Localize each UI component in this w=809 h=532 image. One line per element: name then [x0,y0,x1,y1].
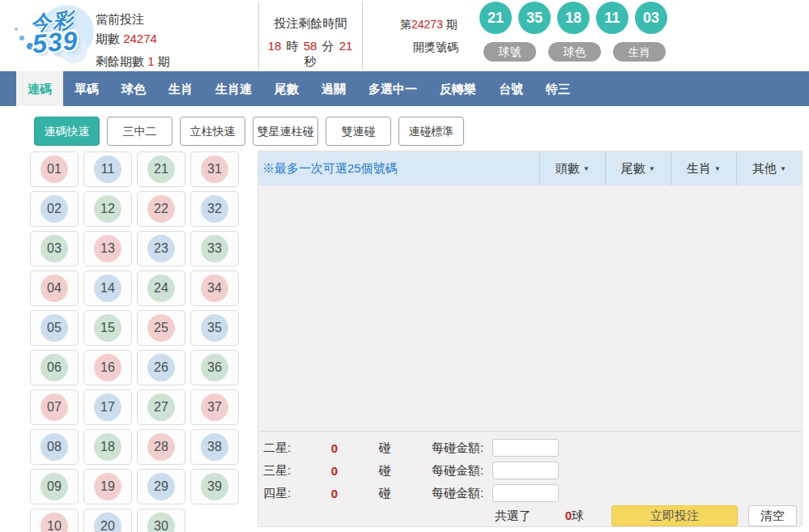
nav-tab-反轉樂[interactable]: 反轉樂 [428,71,488,106]
subtab-雙星連柱碰[interactable]: 雙星連柱碰 [253,117,318,146]
bet-count-two-star: 0 [310,441,359,455]
number-cell-33[interactable]: 33 [190,231,239,266]
number-cell-15[interactable]: 15 [83,310,132,346]
remaining-issues-line: 剩餘期數 1 期 [96,52,170,71]
nav-tab-台號[interactable]: 台號 [488,71,534,106]
subtab-立柱快速[interactable]: 立柱快速 [180,117,245,146]
nav-tab-生肖[interactable]: 生肖 [157,71,204,106]
number-cell-36[interactable]: 36 [190,350,239,385]
nav-tab-尾數[interactable]: 尾數 [263,71,310,106]
dropdown-生肖[interactable]: 生肖▼ [671,151,736,185]
bet-amount-input-two-star[interactable] [492,439,559,457]
subtab-連碰標準[interactable]: 連碰標準 [398,117,464,146]
number-cell-04[interactable]: 04 [30,270,79,306]
number-cell-22[interactable]: 22 [137,191,185,227]
number-cell-06[interactable]: 06 [30,350,79,385]
subtab-雙連碰[interactable]: 雙連碰 [326,117,391,146]
nav-tab-多選中一[interactable]: 多選中一 [357,71,428,106]
subtab-三中二[interactable]: 三中二 [107,117,172,146]
number-cell-25[interactable]: 25 [137,310,185,346]
number-cell-02[interactable]: 02 [30,191,79,227]
number-cell-21[interactable]: 21 [137,151,185,187]
number-cell-18[interactable]: 18 [83,429,132,465]
number-cell-35[interactable]: 35 [190,310,239,346]
winning-balls: 2135181103 [479,2,667,34]
nav-tab-球色[interactable]: 球色 [110,71,157,106]
number-cell-05[interactable]: 05 [30,310,79,346]
bet-area: 二星:0碰每碰金額:三星:0碰每碰金額:四星:0碰每碰金額: 共選了 0球 立即… [258,431,802,504]
number-ball-18: 18 [94,433,121,461]
winning-ball: 35 [518,2,551,34]
number-cell-20[interactable]: 20 [83,509,132,532]
winning-ball: 03 [635,2,667,34]
number-ball-19: 19 [94,473,121,500]
nav-tab-過關[interactable]: 過關 [310,71,357,106]
number-cell-13[interactable]: 13 [83,231,132,266]
number-cell-27[interactable]: 27 [137,389,185,425]
number-cell-17[interactable]: 17 [83,389,132,425]
number-cell-10[interactable]: 10 [30,509,79,532]
number-cell-03[interactable]: 03 [30,231,79,266]
number-ball-36: 36 [201,354,228,381]
bet-count-four-star: 0 [310,487,359,500]
number-cell-32[interactable]: 32 [190,191,239,227]
selected-count: 0球 [565,509,584,524]
number-cell-08[interactable]: 08 [30,429,79,465]
dropdown-其他[interactable]: 其他▼ [736,151,802,185]
number-cell-30[interactable]: 30 [137,509,185,532]
number-cell-38[interactable]: 38 [190,429,239,465]
nav-tab-特三[interactable]: 特三 [534,71,581,106]
number-ball-16: 16 [94,354,121,381]
number-ball-01: 01 [40,155,68,183]
dropdown-頭數[interactable]: 頭數▼ [539,151,605,185]
clear-button[interactable]: 清空 [748,505,797,526]
bet-row-label: 四星: [263,486,310,501]
number-cell-31[interactable]: 31 [190,151,239,187]
number-grid: 0111213102122232031323330414243405152535… [30,151,239,532]
number-cell-37[interactable]: 37 [190,389,239,425]
bet-amount-input-four-star[interactable] [492,484,559,502]
remaining-issues-number: 1 [147,54,154,68]
nav-tab-生肖連[interactable]: 生肖連 [204,71,263,106]
nav-tab-連碼[interactable]: 連碼 [16,71,63,106]
bet-row-four-star: 四星:0碰每碰金額: [258,482,802,504]
bet-amount-label: 每碰金額: [432,463,490,479]
number-ball-31: 31 [201,155,228,183]
dropdown-尾數[interactable]: 尾數▼ [605,151,671,185]
bet-row-three-star: 三星:0碰每碰金額: [258,459,802,482]
app-logo: 今彩 539 [13,3,94,68]
subtab-連碼快速[interactable]: 連碼快速 [34,117,100,146]
number-ball-35: 35 [201,314,228,342]
current-issue-line: 期數 24274 [96,29,170,49]
number-cell-09[interactable]: 09 [30,469,79,504]
submit-bet-button[interactable]: 立即投注 [611,505,738,526]
ball-toggle-生肖[interactable]: 生肖 [613,42,666,62]
number-cell-19[interactable]: 19 [83,469,132,504]
number-cell-07[interactable]: 07 [30,389,79,425]
number-ball-06: 06 [40,354,68,381]
bet-amount-input-three-star[interactable] [492,462,559,479]
number-cell-11[interactable]: 11 [83,151,132,187]
number-ball-10: 10 [40,513,68,532]
bet-row-label: 三星: [263,463,310,479]
number-ball-11: 11 [94,155,121,183]
header-divider [362,2,363,70]
number-cell-28[interactable]: 28 [137,429,185,465]
ball-toggle-球號[interactable]: 球號 [483,42,536,62]
nav-tab-單碼[interactable]: 單碼 [63,71,110,106]
number-cell-26[interactable]: 26 [137,350,185,385]
number-cell-14[interactable]: 14 [83,270,132,306]
number-cell-34[interactable]: 34 [190,270,239,306]
number-cell-29[interactable]: 29 [137,469,185,504]
countdown-time: 18 時 58 分 21 秒 [259,39,362,70]
bet-unit: 碰 [359,440,411,456]
number-cell-16[interactable]: 16 [83,350,132,385]
number-cell-12[interactable]: 12 [83,191,132,227]
number-ball-04: 04 [40,275,68,302]
number-cell-01[interactable]: 01 [30,151,79,187]
number-cell-23[interactable]: 23 [137,231,185,266]
number-ball-20: 20 [94,513,121,532]
number-cell-24[interactable]: 24 [137,270,185,306]
number-cell-39[interactable]: 39 [190,469,239,504]
ball-toggle-球色[interactable]: 球色 [548,42,601,62]
